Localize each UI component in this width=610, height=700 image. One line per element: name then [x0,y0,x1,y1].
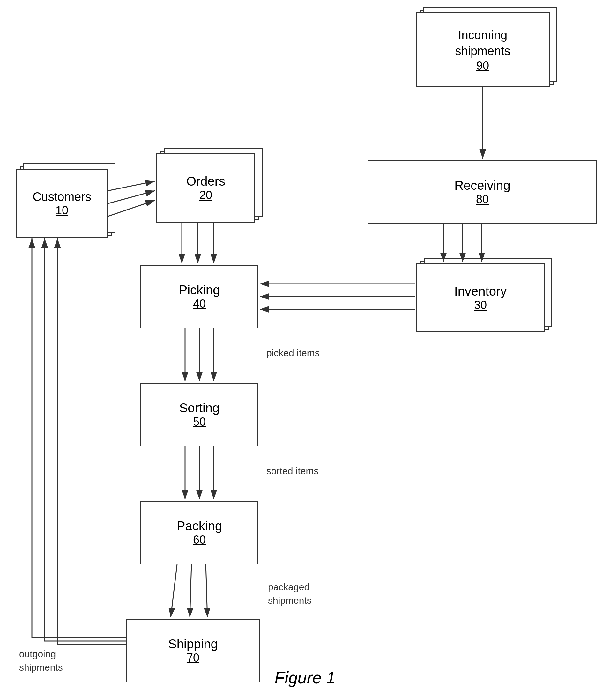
svg-line-22 [206,565,207,617]
svg-line-20 [171,565,177,617]
packing-box: Packing 60 [140,501,258,565]
sorting-box: Sorting 50 [140,383,258,446]
inventory-box: Inventory 30 [416,263,545,332]
packing-id: 60 [193,533,206,547]
picking-id: 40 [193,297,206,311]
picking-label: Picking [179,283,220,297]
svg-marker-0 [0,0,3,2]
incoming-shipments-label: Incomingshipments [455,28,510,59]
orders-box: Orders 20 [156,153,255,223]
packing-label: Packing [177,519,222,533]
figure-caption: Figure 1 [0,668,610,687]
sorted-items-label: sorted items [267,466,318,476]
svg-line-6 [108,191,155,204]
incoming-shipments-id: 90 [476,59,489,72]
packaged-shipments-label: packagedshipments [268,581,312,607]
sorting-id: 50 [193,415,206,429]
receiving-label: Receiving [454,178,511,193]
receiving-box: Receiving 80 [368,160,597,224]
svg-line-21 [190,565,191,617]
diagram: Incomingshipments 90 Receiving 80 Custom… [0,0,610,700]
svg-line-7 [108,200,155,216]
incoming-shipments-box: Incomingshipments 90 [416,13,550,87]
customers-id: 10 [55,204,68,217]
customers-label: Customers [33,190,91,204]
svg-line-5 [108,181,155,191]
shipping-label: Shipping [168,637,218,651]
orders-id: 20 [199,189,212,202]
inventory-id: 30 [474,298,487,312]
picked-items-label: picked items [267,347,320,358]
sorting-label: Sorting [179,401,220,415]
orders-label: Orders [186,174,225,189]
inventory-label: Inventory [454,284,507,298]
shipping-id: 70 [187,651,199,665]
receiving-id: 80 [476,193,489,206]
picking-box: Picking 40 [140,265,258,328]
customers-box: Customers 10 [16,169,108,238]
